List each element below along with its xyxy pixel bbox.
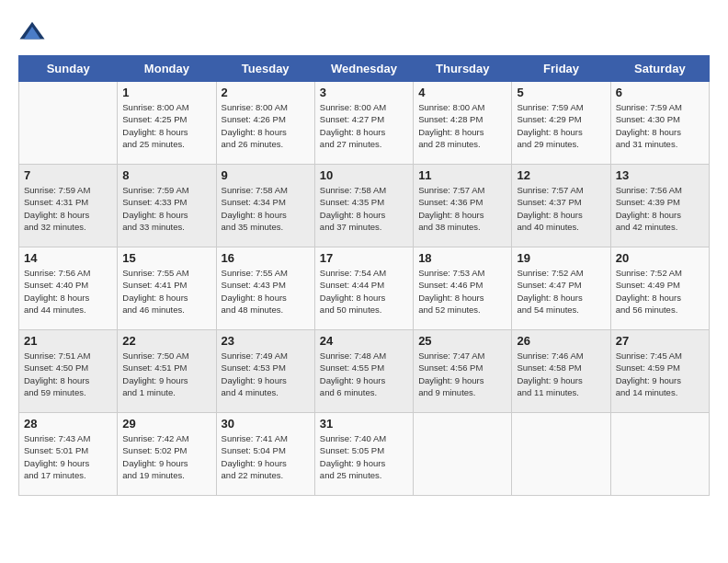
day-number: 22 [122,334,210,348]
day-number: 4 [418,86,506,99]
calendar-cell: 21Sunrise: 7:51 AM Sunset: 4:50 PM Dayli… [19,330,118,413]
day-number: 30 [222,417,310,431]
cell-info: Sunrise: 7:41 AM Sunset: 5:04 PM Dayligh… [222,432,310,481]
day-number: 28 [24,417,112,431]
day-number: 27 [616,334,704,348]
day-number: 25 [418,334,506,348]
day-number: 14 [24,251,112,265]
cell-info: Sunrise: 7:59 AM Sunset: 4:30 PM Dayligh… [616,101,704,150]
calendar-cell: 5Sunrise: 7:59 AM Sunset: 4:29 PM Daylig… [512,82,610,165]
cell-info: Sunrise: 7:52 AM Sunset: 4:47 PM Dayligh… [517,267,605,316]
calendar-cell: 8Sunrise: 7:59 AM Sunset: 4:33 PM Daylig… [118,165,216,247]
page-header [18,18,710,46]
day-number: 29 [122,417,210,431]
calendar-cell: 13Sunrise: 7:56 AM Sunset: 4:39 PM Dayli… [610,165,709,247]
cell-info: Sunrise: 7:51 AM Sunset: 4:50 PM Dayligh… [24,350,112,398]
calendar-cell: 30Sunrise: 7:41 AM Sunset: 5:04 PM Dayli… [216,413,314,496]
calendar-cell: 31Sunrise: 7:40 AM Sunset: 5:05 PM Dayli… [314,413,413,496]
day-number: 21 [24,334,112,348]
day-number: 8 [122,168,210,182]
calendar-cell: 14Sunrise: 7:56 AM Sunset: 4:40 PM Dayli… [19,247,118,330]
calendar-week-1: 1Sunrise: 8:00 AM Sunset: 4:25 PM Daylig… [19,82,710,165]
cell-info: Sunrise: 8:00 AM Sunset: 4:28 PM Dayligh… [418,101,506,150]
day-number: 15 [122,251,210,265]
calendar-table: SundayMondayTuesdayWednesdayThursdayFrid… [18,55,710,496]
day-header-wednesday: Wednesday [314,56,413,82]
day-number: 11 [418,168,506,182]
day-header-sunday: Sunday [19,56,118,82]
day-number: 1 [122,86,210,99]
cell-info: Sunrise: 7:56 AM Sunset: 4:39 PM Dayligh… [616,184,704,233]
calendar-cell: 26Sunrise: 7:46 AM Sunset: 4:58 PM Dayli… [512,330,610,413]
cell-info: Sunrise: 7:55 AM Sunset: 4:43 PM Dayligh… [222,267,310,316]
calendar-cell: 6Sunrise: 7:59 AM Sunset: 4:30 PM Daylig… [610,82,709,165]
calendar-cell: 17Sunrise: 7:54 AM Sunset: 4:44 PM Dayli… [314,247,413,330]
day-number: 5 [517,86,605,99]
logo [18,18,50,46]
calendar-cell [610,413,709,496]
cell-info: Sunrise: 7:52 AM Sunset: 4:49 PM Dayligh… [616,267,704,316]
day-header-monday: Monday [118,56,216,82]
cell-info: Sunrise: 7:57 AM Sunset: 4:36 PM Dayligh… [418,184,506,233]
day-number: 26 [517,334,605,348]
day-number: 24 [320,334,408,348]
calendar-cell: 25Sunrise: 7:47 AM Sunset: 4:56 PM Dayli… [414,330,512,413]
day-number: 7 [24,168,112,182]
calendar-cell: 9Sunrise: 7:58 AM Sunset: 4:34 PM Daylig… [216,165,314,247]
cell-info: Sunrise: 7:59 AM Sunset: 4:29 PM Dayligh… [517,101,605,150]
day-number: 20 [616,251,704,265]
day-number: 23 [222,334,310,348]
day-number: 9 [222,168,310,182]
calendar-week-5: 28Sunrise: 7:43 AM Sunset: 5:01 PM Dayli… [19,413,710,496]
calendar-cell: 22Sunrise: 7:50 AM Sunset: 4:51 PM Dayli… [118,330,216,413]
calendar-week-4: 21Sunrise: 7:51 AM Sunset: 4:50 PM Dayli… [19,330,710,413]
day-header-thursday: Thursday [414,56,512,82]
day-number: 2 [222,86,310,99]
day-number: 12 [517,168,605,182]
calendar-cell: 24Sunrise: 7:48 AM Sunset: 4:55 PM Dayli… [314,330,413,413]
cell-info: Sunrise: 7:56 AM Sunset: 4:40 PM Dayligh… [24,267,112,316]
calendar-cell: 18Sunrise: 7:53 AM Sunset: 4:46 PM Dayli… [414,247,512,330]
calendar-cell: 3Sunrise: 8:00 AM Sunset: 4:27 PM Daylig… [314,82,413,165]
cell-info: Sunrise: 7:59 AM Sunset: 4:33 PM Dayligh… [122,184,210,233]
calendar-cell: 10Sunrise: 7:58 AM Sunset: 4:35 PM Dayli… [314,165,413,247]
day-number: 16 [222,251,310,265]
cell-info: Sunrise: 7:58 AM Sunset: 4:34 PM Dayligh… [222,184,310,233]
calendar-cell: 15Sunrise: 7:55 AM Sunset: 4:41 PM Dayli… [118,247,216,330]
cell-info: Sunrise: 7:43 AM Sunset: 5:01 PM Dayligh… [24,432,112,481]
calendar-cell: 29Sunrise: 7:42 AM Sunset: 5:02 PM Dayli… [118,413,216,496]
cell-info: Sunrise: 7:54 AM Sunset: 4:44 PM Dayligh… [320,267,408,316]
calendar-week-3: 14Sunrise: 7:56 AM Sunset: 4:40 PM Dayli… [19,247,710,330]
calendar-cell: 11Sunrise: 7:57 AM Sunset: 4:36 PM Dayli… [414,165,512,247]
day-number: 10 [320,168,408,182]
calendar-cell: 20Sunrise: 7:52 AM Sunset: 4:49 PM Dayli… [610,247,709,330]
cell-info: Sunrise: 7:55 AM Sunset: 4:41 PM Dayligh… [122,267,210,316]
calendar-cell: 4Sunrise: 8:00 AM Sunset: 4:28 PM Daylig… [414,82,512,165]
calendar-cell: 23Sunrise: 7:49 AM Sunset: 4:53 PM Dayli… [216,330,314,413]
cell-info: Sunrise: 7:58 AM Sunset: 4:35 PM Dayligh… [320,184,408,233]
calendar-cell: 27Sunrise: 7:45 AM Sunset: 4:59 PM Dayli… [610,330,709,413]
cell-info: Sunrise: 7:40 AM Sunset: 5:05 PM Dayligh… [320,432,408,481]
cell-info: Sunrise: 7:57 AM Sunset: 4:37 PM Dayligh… [517,184,605,233]
cell-info: Sunrise: 7:45 AM Sunset: 4:59 PM Dayligh… [616,350,704,398]
calendar-cell: 1Sunrise: 8:00 AM Sunset: 4:25 PM Daylig… [118,82,216,165]
cell-info: Sunrise: 8:00 AM Sunset: 4:27 PM Dayligh… [320,101,408,150]
calendar-cell: 2Sunrise: 8:00 AM Sunset: 4:26 PM Daylig… [216,82,314,165]
day-number: 19 [517,251,605,265]
cell-info: Sunrise: 7:47 AM Sunset: 4:56 PM Dayligh… [418,350,506,398]
calendar-cell: 28Sunrise: 7:43 AM Sunset: 5:01 PM Dayli… [19,413,118,496]
logo-icon [18,18,46,46]
cell-info: Sunrise: 7:50 AM Sunset: 4:51 PM Dayligh… [122,350,210,398]
calendar-cell: 12Sunrise: 7:57 AM Sunset: 4:37 PM Dayli… [512,165,610,247]
calendar-cell [512,413,610,496]
day-number: 6 [616,86,704,99]
cell-info: Sunrise: 7:46 AM Sunset: 4:58 PM Dayligh… [517,350,605,398]
day-header-saturday: Saturday [610,56,709,82]
day-header-tuesday: Tuesday [216,56,314,82]
cell-info: Sunrise: 7:59 AM Sunset: 4:31 PM Dayligh… [24,184,112,233]
day-number: 18 [418,251,506,265]
calendar-cell: 19Sunrise: 7:52 AM Sunset: 4:47 PM Dayli… [512,247,610,330]
cell-info: Sunrise: 7:53 AM Sunset: 4:46 PM Dayligh… [418,267,506,316]
cell-info: Sunrise: 8:00 AM Sunset: 4:26 PM Dayligh… [222,101,310,150]
cell-info: Sunrise: 7:48 AM Sunset: 4:55 PM Dayligh… [320,350,408,398]
